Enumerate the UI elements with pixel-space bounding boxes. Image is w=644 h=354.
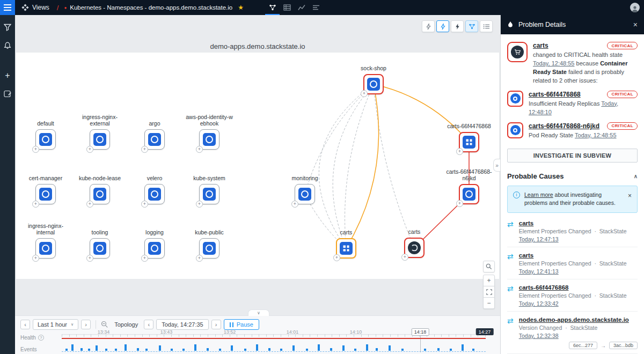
topology-view-tab[interactable] (265, 0, 280, 15)
node-box[interactable]: + (35, 129, 56, 150)
cause-time-link[interactable]: Today, 12:32:38 (519, 333, 638, 339)
problem-related-item[interactable]: carts-66f4476868-n6jkd CRITICAL Pod Read… (507, 122, 638, 140)
problem-related-item[interactable]: carts-66f4476868 CRITICAL Insufficient R… (507, 91, 638, 117)
node-box[interactable]: + (90, 238, 110, 259)
problem-element-link[interactable]: carts-66f4476868 (529, 91, 581, 98)
expand-node-button[interactable]: + (196, 146, 203, 153)
dismiss-info-button[interactable]: × (628, 191, 632, 208)
expand-node-button[interactable]: + (32, 255, 39, 262)
expand-node-button[interactable]: + (196, 255, 203, 262)
expand-node-button[interactable]: + (141, 201, 148, 208)
health-help-icon[interactable]: ? (38, 335, 44, 341)
cause-time-link[interactable]: Today, 12:33:42 (519, 300, 638, 307)
expand-node-button[interactable]: + (456, 200, 463, 207)
expand-node-button[interactable]: + (141, 146, 148, 153)
time-range-select[interactable]: Last 1 hour ∨ (33, 319, 78, 330)
expand-node-button[interactable]: + (456, 148, 463, 155)
range-forward-button[interactable]: › (81, 320, 91, 329)
problems-filter-icon[interactable] (422, 20, 435, 32)
zoom-out-button[interactable]: − (483, 297, 495, 309)
favorite-star-icon[interactable]: ★ (238, 4, 244, 11)
expand-node-button[interactable]: + (401, 254, 408, 261)
notifications-bell-icon[interactable] (0, 39, 15, 53)
learn-more-link[interactable]: Learn more (524, 191, 553, 198)
time-back-button[interactable]: ‹ (144, 320, 153, 329)
node-box[interactable]: + (90, 129, 110, 150)
time-link[interactable]: Today, 12:48:55 (575, 132, 616, 138)
current-time-button[interactable]: Today, 14:27:35 (156, 319, 208, 330)
node-box[interactable]: + (90, 184, 110, 204)
node-box[interactable]: + (363, 74, 384, 94)
node-box[interactable]: + (336, 238, 356, 259)
node-box[interactable]: + (35, 238, 56, 259)
problem-root-item[interactable]: carts CRITICAL changed to CRITICAL healt… (507, 42, 638, 85)
node-box[interactable]: + (199, 129, 219, 150)
cause-time-link[interactable]: Today, 12:41:13 (519, 268, 638, 275)
probable-cause-item[interactable]: ⇄carts-66f4476868Element Properties Chan… (507, 279, 638, 312)
namespace-icon (93, 242, 106, 255)
probable-causes-header[interactable]: Probable Causes ∧ (507, 172, 638, 180)
expand-node-button[interactable]: + (291, 201, 298, 208)
fit-to-screen-icon[interactable] (483, 286, 495, 298)
time-link[interactable]: Today, 12:48:55 (533, 60, 574, 67)
main-menu-button[interactable] (0, 0, 15, 15)
zoom-in-button[interactable]: + (483, 275, 495, 286)
node-box[interactable]: + (144, 184, 165, 204)
node-box[interactable]: + (459, 184, 479, 204)
table-view-tab[interactable] (280, 0, 294, 15)
problem-element-link[interactable]: carts-66f4476868-n6jkd (529, 122, 599, 130)
probable-cause-item[interactable]: ⇄cartsElement Properties Changed · Stack… (507, 215, 638, 247)
range-back-button[interactable]: ‹ (20, 320, 30, 329)
problems-solid-icon[interactable] (451, 20, 464, 32)
probable-cause-item[interactable]: ⇄nodes.demo-apps.demo.stackstate.ioVersi… (507, 312, 638, 354)
expand-node-button[interactable]: + (32, 201, 39, 208)
events-view-tab[interactable] (309, 0, 323, 15)
node-box[interactable]: + (199, 238, 219, 259)
views-menu[interactable]: Views (21, 4, 49, 11)
collapse-panel-handle[interactable]: » (493, 159, 500, 172)
cause-element-link[interactable]: nodes.demo-apps.demo.stackstate.io (519, 316, 638, 323)
node-box[interactable]: + (295, 184, 315, 204)
node-box[interactable]: + (199, 184, 219, 204)
add-icon[interactable]: + (0, 69, 15, 83)
expand-node-button[interactable]: + (333, 254, 340, 261)
cause-element-link[interactable]: carts (519, 252, 638, 259)
investigate-in-subview-button[interactable]: INVESTIGATE IN SUBVIEW (507, 149, 638, 163)
expand-node-button[interactable]: + (196, 201, 203, 208)
problems-highlight-icon[interactable] (436, 20, 449, 32)
search-zoom-icon[interactable] (483, 261, 495, 272)
topology-canvas[interactable]: demo-apps.demo.stackstate.io sock-shop+d… (15, 15, 500, 315)
expand-node-button[interactable]: + (86, 255, 93, 262)
expand-node-button[interactable]: + (32, 146, 39, 153)
event-bar (292, 345, 295, 351)
event-bar (342, 345, 345, 351)
node-box[interactable]: + (404, 238, 425, 258)
probable-cause-item[interactable]: ⇄cartsElement Properties Changed · Stack… (507, 247, 638, 279)
graph-layout-icon[interactable] (465, 20, 478, 32)
expand-node-button[interactable]: + (86, 146, 93, 153)
breadcrumb[interactable]: Kubernetes - Namespaces - demo-apps.demo… (70, 4, 232, 11)
expand-node-button[interactable]: + (141, 255, 148, 262)
metrics-view-tab[interactable] (294, 0, 309, 15)
chevron-up-icon[interactable]: ∧ (634, 173, 638, 179)
pause-button[interactable]: Pause (224, 319, 259, 330)
node-box[interactable]: + (459, 132, 479, 152)
time-forward-button[interactable]: › (211, 320, 221, 329)
edit-view-icon[interactable] (0, 87, 15, 101)
cause-element-link[interactable]: carts-66f4476868 (519, 284, 638, 291)
expand-node-button[interactable]: + (86, 201, 93, 208)
problem-element-link[interactable]: carts (533, 42, 548, 49)
zoom-out-time-icon[interactable] (101, 321, 108, 328)
playhead-time[interactable]: 14:18 (412, 328, 429, 336)
node-box[interactable]: + (144, 129, 165, 150)
collapse-timeline-button[interactable]: ∨ (248, 309, 269, 316)
close-panel-button[interactable]: × (633, 20, 638, 29)
filter-icon[interactable] (0, 20, 15, 34)
list-layout-icon[interactable] (480, 20, 493, 32)
expand-node-button[interactable]: + (361, 90, 368, 97)
cause-element-link[interactable]: carts (519, 220, 638, 226)
user-avatar[interactable] (630, 3, 640, 12)
node-box[interactable]: + (35, 184, 56, 204)
node-box[interactable]: + (144, 238, 165, 259)
cause-time-link[interactable]: Today, 12:47:13 (519, 236, 638, 242)
